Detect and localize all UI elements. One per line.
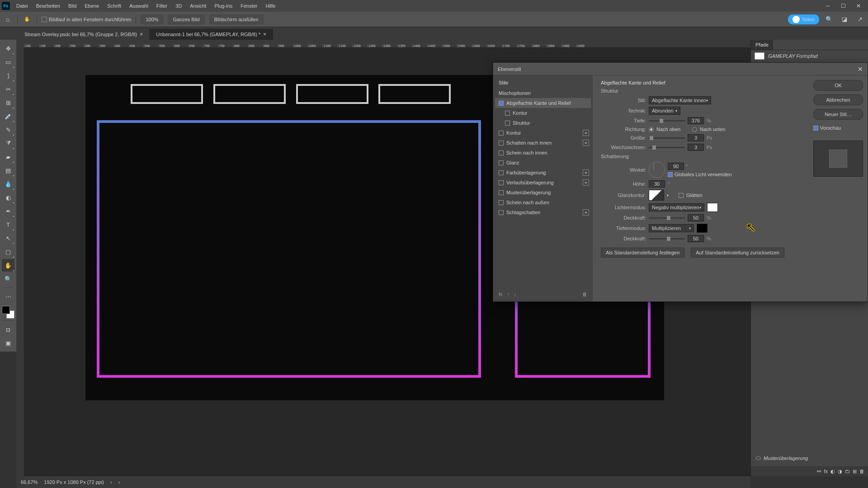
new-icon[interactable]: ⊞ xyxy=(853,469,857,474)
lichter-select[interactable]: Negativ multiplizieren▾ xyxy=(649,203,704,211)
checkbox-icon[interactable] xyxy=(499,200,504,205)
plus-icon[interactable]: + xyxy=(583,209,589,216)
deck-slider-2[interactable] xyxy=(649,238,685,239)
checkbox-icon[interactable] xyxy=(499,150,504,155)
horizontal-ruler[interactable]: 1001502002503003504004505005506006507007… xyxy=(24,40,750,48)
style-bevel[interactable]: Abgeflachte Kante und Relief xyxy=(495,98,591,108)
radio-oben[interactable] xyxy=(649,127,654,132)
stil-select[interactable]: Abgeflachte Kante innen▾ xyxy=(649,96,711,104)
slider-thumb[interactable] xyxy=(650,136,653,140)
hoehe-input[interactable]: 30 xyxy=(649,180,665,188)
menu-schrift[interactable]: Schrift xyxy=(104,1,125,10)
document-tab[interactable]: Stream Overlay.psdc bei 66,7% (Gruppe 2,… xyxy=(18,29,150,40)
checkbox-icon[interactable] xyxy=(499,131,504,136)
up-icon[interactable]: ↑ xyxy=(507,291,510,297)
contour-picker[interactable] xyxy=(649,190,664,201)
tiefe-input[interactable]: 376 xyxy=(688,117,704,124)
preview-checkbox[interactable]: Vorschau xyxy=(813,123,863,132)
style-satin[interactable]: Glanz xyxy=(495,158,591,168)
deck-slider-1[interactable] xyxy=(649,217,685,219)
deck-input-1[interactable]: 50 xyxy=(688,214,704,221)
menu-ebene[interactable]: Ebene xyxy=(81,1,103,10)
hand-tool[interactable]: ✋ xyxy=(2,259,14,272)
visibility-icon[interactable] xyxy=(755,456,761,460)
move-tool[interactable]: ✥ xyxy=(2,42,14,55)
glaetten-checkbox[interactable] xyxy=(679,193,684,198)
workspace-icon[interactable]: ◪ xyxy=(839,14,850,25)
highlight-color[interactable] xyxy=(707,203,718,212)
marquee-tool[interactable]: ▭ xyxy=(2,56,14,68)
hand-tool-icon[interactable]: ✋ xyxy=(22,14,32,24)
dialog-titlebar[interactable]: Ebenenstil ✕ xyxy=(493,63,868,75)
export-icon[interactable]: ↗ xyxy=(854,14,865,25)
zoom-100-button[interactable]: 100% xyxy=(141,14,163,24)
type-tool[interactable]: T xyxy=(2,218,14,231)
new-style-button[interactable]: Neuer Stil… xyxy=(813,109,863,120)
fill-screen-button[interactable]: Bildschirm ausfüllen xyxy=(209,14,264,24)
edit-toolbar[interactable]: ⋯ xyxy=(2,290,14,303)
trash-icon[interactable]: 🗑 xyxy=(859,469,864,474)
path-select-tool[interactable]: ↖ xyxy=(2,232,14,244)
winkel-input[interactable]: 90 xyxy=(668,163,684,170)
style-inner-shadow[interactable]: Schatten nach innen+ xyxy=(495,138,591,148)
crop-tool[interactable]: ✂ xyxy=(2,83,14,95)
ok-button[interactable]: OK xyxy=(813,80,863,91)
make-default-button[interactable]: Als Standardeinstellung festlegen xyxy=(601,248,684,258)
close-icon[interactable]: ✕ xyxy=(858,66,863,73)
radio-unten[interactable] xyxy=(692,127,697,132)
search-icon[interactable]: 🔍 xyxy=(824,14,835,25)
maximize-button[interactable]: ☐ xyxy=(835,0,851,12)
style-outer-glow[interactable]: Schein nach außen xyxy=(495,197,591,207)
tiefen-select[interactable]: Multiplizieren▾ xyxy=(649,224,694,232)
style-drop-shadow[interactable]: Schlagschatten+ xyxy=(495,207,591,217)
checkbox-icon[interactable] xyxy=(499,180,504,185)
close-icon[interactable]: × xyxy=(263,31,266,38)
chevron-right-icon[interactable]: › xyxy=(110,479,112,485)
plus-icon[interactable]: + xyxy=(583,179,589,186)
menu-ansicht[interactable]: Ansicht xyxy=(186,1,210,10)
checkbox-icon[interactable] xyxy=(499,101,504,106)
style-struktur-sub[interactable]: Struktur xyxy=(495,118,591,128)
style-gradient-overlay[interactable]: Verlaufsüberlagerung+ xyxy=(495,178,591,188)
menu-filter[interactable]: Filter xyxy=(153,1,171,10)
reset-default-button[interactable]: Auf Standardeinstellung zurücksetzen xyxy=(691,248,784,258)
layer-effect-row[interactable]: Musterüberlagerung xyxy=(751,454,868,463)
deck-input-2[interactable]: 50 xyxy=(688,235,704,242)
color-swatches[interactable] xyxy=(2,306,14,319)
slider-thumb[interactable] xyxy=(667,216,670,220)
link-icon[interactable]: ⚯ xyxy=(817,469,821,474)
blur-tool[interactable]: 💧 xyxy=(2,178,14,190)
shadow-color[interactable] xyxy=(697,224,708,233)
vertical-ruler[interactable] xyxy=(16,48,24,476)
plus-icon[interactable]: + xyxy=(583,130,589,136)
menu-hilfe[interactable]: Hilfe xyxy=(262,1,279,10)
down-icon[interactable]: ↓ xyxy=(514,291,517,297)
close-icon[interactable]: × xyxy=(140,31,143,38)
gradient-tool[interactable]: ▤ xyxy=(2,164,14,177)
minimize-button[interactable]: ─ xyxy=(820,0,835,12)
technik-select[interactable]: Abrunden▾ xyxy=(649,107,680,115)
fill-icon[interactable]: ◑ xyxy=(838,469,842,474)
foreground-color[interactable] xyxy=(2,306,10,314)
document-tab[interactable]: Unbenannt-1 bei 66,7% (GAMEPLAY, RGB/8) … xyxy=(150,29,273,40)
chevron-down-icon[interactable]: ▾ xyxy=(667,193,669,197)
path-item[interactable]: GAMEPLAY Formpfad xyxy=(751,50,868,62)
weich-slider[interactable] xyxy=(649,147,685,148)
menu-auswahl[interactable]: Auswahl xyxy=(126,1,152,10)
rectangle-tool[interactable]: ▢ xyxy=(2,245,14,258)
style-kontur[interactable]: Kontur+ xyxy=(495,128,591,138)
tiefe-slider[interactable] xyxy=(649,120,685,122)
home-icon[interactable]: ⌂ xyxy=(3,14,13,24)
cancel-button[interactable]: Abbrechen xyxy=(813,94,863,105)
blend-options[interactable]: Mischoptionen xyxy=(495,88,591,98)
frame-tool[interactable]: ⊞ xyxy=(2,96,14,109)
trash-icon[interactable]: 🗑 xyxy=(582,291,587,297)
fx-icon[interactable]: fx xyxy=(824,469,828,474)
checkbox-icon[interactable] xyxy=(505,111,510,116)
lasso-tool[interactable]: ⟆ xyxy=(2,69,14,82)
share-button[interactable]: Teilen xyxy=(788,14,819,24)
eraser-tool[interactable]: ▰ xyxy=(2,150,14,163)
fx-icon[interactable]: fx xyxy=(499,291,503,297)
plus-icon[interactable]: + xyxy=(583,169,589,176)
style-inner-glow[interactable]: Schein nach innen xyxy=(495,148,591,158)
